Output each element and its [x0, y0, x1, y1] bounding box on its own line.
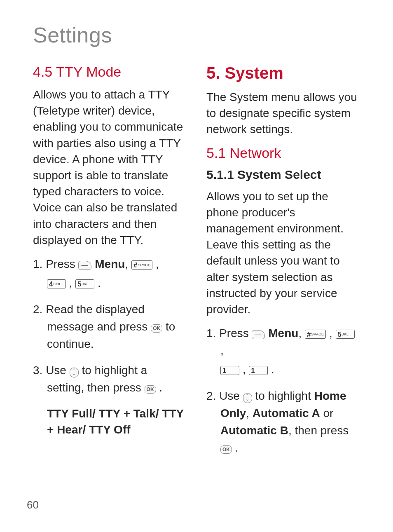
step-text: , then press	[288, 424, 349, 437]
tty-step-1: 1. Press — Menu, #SPACE , 4GHI , 5JKL .	[33, 255, 187, 292]
ok-key-icon: OK	[145, 385, 156, 394]
hash-key-icon: #SPACE	[131, 260, 152, 270]
step-text: 3. Use	[33, 364, 70, 377]
left-column: 4.5 TTY Mode Allows you to attach a TTY …	[33, 64, 187, 466]
system-select-body: Allows you to set up the phone producer'…	[206, 188, 360, 318]
heading-tty-mode: 4.5 TTY Mode	[33, 64, 187, 80]
ok-key-icon: OK	[151, 324, 162, 333]
sep: or	[320, 407, 334, 420]
nav-key-icon	[70, 368, 79, 377]
heading-network: 5.1 Network	[206, 145, 360, 161]
ok-key-icon: OK	[220, 445, 232, 454]
content-columns: 4.5 TTY Mode Allows you to attach a TTY …	[33, 64, 360, 466]
tty-options: TTY Full/ TTY + Talk/ TTY + Hear/ TTY Of…	[47, 405, 187, 438]
page-number: 60	[27, 499, 39, 511]
sep: ,	[125, 258, 131, 270]
sep: .	[268, 363, 274, 376]
heading-system: 5. System	[206, 64, 360, 82]
step-text: to highlight	[255, 389, 314, 402]
system-intro: The System menu allows you to designate …	[206, 89, 360, 138]
sep: ,	[246, 407, 253, 420]
tty-step-2: 2. Read the displayed message and press …	[33, 301, 187, 353]
step-text: 2. Read the displayed message and press	[33, 303, 151, 333]
sep: ,	[152, 258, 159, 270]
sep: ,	[239, 363, 249, 376]
option-auto-a: Automatic A	[253, 407, 320, 420]
sep: ,	[66, 277, 75, 289]
right-column: 5. System The System menu allows you to …	[206, 64, 360, 466]
key-5-icon: 5JKL	[75, 279, 94, 288]
tty-intro: Allows you to attach a TTY (Teletype wri…	[33, 87, 187, 248]
system-step-2: 2. Use to highlight Home Only, Automatic…	[206, 387, 360, 457]
step-text: 1. Press	[206, 327, 252, 340]
sep: ,	[326, 327, 335, 340]
key-1-icon: 1	[220, 366, 239, 375]
tty-step-3: 3. Use to highlight a setting, then pres…	[33, 362, 187, 396]
nav-key-icon	[243, 393, 252, 403]
page-title: Settings	[33, 23, 360, 47]
menu-label: Menu	[95, 258, 125, 270]
left-softkey-icon: —	[78, 261, 91, 270]
left-softkey-icon: —	[252, 330, 265, 339]
key-4-icon: 4GHI	[47, 279, 66, 288]
system-step-1: 1. Press — Menu, #SPACE , 5JKL , 1 , 1 .	[206, 325, 360, 378]
sep: ,	[298, 327, 305, 340]
key-1-icon: 1	[249, 366, 268, 375]
step-text: 2. Use	[206, 389, 243, 402]
step-text: 1. Press	[33, 258, 78, 270]
step-text: .	[159, 381, 162, 394]
sep: ,	[220, 344, 224, 357]
heading-system-select: 5.1.1 System Select	[206, 168, 360, 182]
key-5-icon: 5JKL	[336, 330, 355, 339]
option-auto-b: Automatic B	[220, 424, 288, 437]
sep: .	[94, 277, 101, 289]
hash-key-icon: #SPACE	[305, 330, 326, 339]
step-text: .	[232, 441, 239, 454]
menu-label: Menu	[268, 327, 298, 340]
